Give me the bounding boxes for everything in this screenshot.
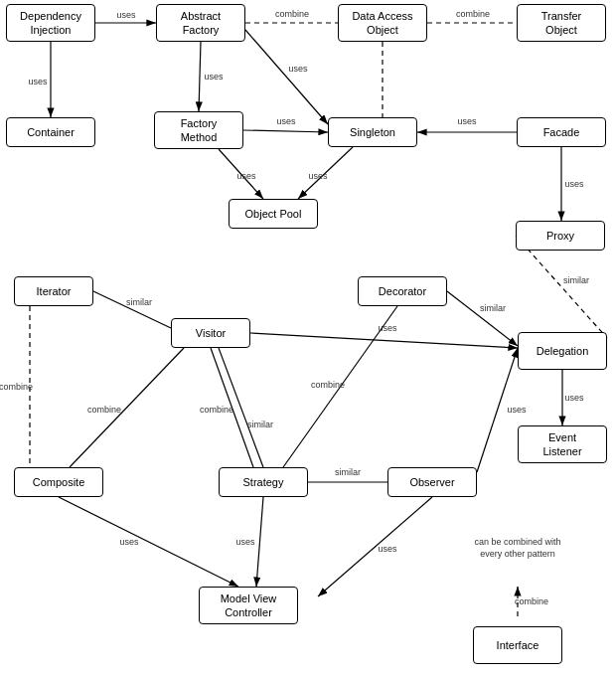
visitor-node: Visitor [171,318,250,348]
svg-line-30 [447,291,518,346]
svg-text:uses: uses [235,537,255,547]
svg-text:uses: uses [288,64,308,74]
svg-text:uses: uses [564,393,584,403]
svg-line-24 [516,236,607,338]
observer-node: Observer [387,467,477,497]
svg-line-48 [59,497,238,587]
svg-line-12 [245,30,328,124]
abstract-factory-label: Abstract Factory [181,9,221,38]
decorator-label: Decorator [379,284,426,298]
event-listener-label: Event Listener [542,430,581,459]
model-view-controller-label: Model View Controller [221,592,277,620]
factory-method-node: Factory Method [154,111,243,149]
svg-text:similar: similar [126,297,152,307]
iterator-label: Iterator [37,284,72,298]
svg-text:uses: uses [276,116,296,126]
container-label: Container [27,125,75,139]
data-access-object-node: Data Access Object [338,4,427,42]
svg-line-32 [250,333,518,348]
iterator-node: Iterator [14,276,93,306]
composite-node: Composite [14,467,103,497]
strategy-node: Strategy [219,467,308,497]
svg-text:combine: combine [311,380,345,390]
data-access-object-label: Data Access Object [352,9,412,38]
svg-text:uses: uses [116,10,136,20]
svg-text:uses: uses [204,72,224,82]
svg-text:uses: uses [236,171,256,181]
transfer-object-label: Transfer Object [541,9,582,38]
interface-label: Interface [497,638,539,652]
proxy-node: Proxy [516,221,605,251]
abstract-factory-node: Abstract Factory [156,4,245,42]
svg-line-50 [256,497,263,587]
facade-label: Facade [543,125,580,139]
svg-text:uses: uses [507,405,527,415]
svg-text:uses: uses [457,116,477,126]
svg-text:uses: uses [564,179,584,189]
svg-text:uses: uses [28,77,48,86]
event-listener-node: Event Listener [518,425,607,463]
observer-label: Observer [409,475,454,489]
diagram-container: usesusescombinecombineusesusesusesusesus… [0,0,616,677]
singleton-label: Singleton [350,125,395,139]
svg-text:combine: combine [515,596,548,606]
svg-text:combine: combine [275,9,309,19]
composite-label: Composite [33,475,85,489]
svg-text:similar: similar [247,420,273,429]
svg-line-10 [199,42,201,111]
strategy-label: Strategy [243,475,284,489]
svg-text:uses: uses [308,171,328,181]
dependency-injection-label: Dependency Injection [20,9,81,38]
svg-line-14 [243,130,328,132]
proxy-label: Proxy [546,229,574,243]
svg-text:uses: uses [378,323,397,333]
container-node: Container [6,117,95,147]
decorator-node: Decorator [358,276,447,306]
svg-text:combine: combine [456,9,490,19]
transfer-object-node: Transfer Object [517,4,606,42]
model-view-controller-node: Model View Controller [199,587,298,624]
delegation-label: Delegation [537,344,589,358]
interface-node: Interface [473,626,562,664]
visitor-label: Visitor [196,326,226,340]
facade-node: Facade [517,117,606,147]
svg-text:combine: combine [200,405,233,415]
svg-text:similar: similar [335,467,361,477]
svg-text:combine: combine [0,382,33,392]
svg-text:uses: uses [378,544,397,554]
svg-text:uses: uses [119,537,139,547]
dependency-injection-node: Dependency Injection [6,4,95,42]
svg-text:combine: combine [87,405,121,415]
svg-text:similar: similar [563,275,589,285]
delegation-node: Delegation [518,332,607,370]
singleton-node: Singleton [328,117,417,147]
object-pool-label: Object Pool [245,207,302,221]
svg-text:similar: similar [480,303,506,313]
svg-text:can be combined with: can be combined with [474,537,560,547]
factory-method-label: Factory Method [181,116,218,145]
object-pool-node: Object Pool [229,199,318,229]
svg-text:every other pattern: every other pattern [480,549,555,559]
svg-line-52 [318,497,432,596]
